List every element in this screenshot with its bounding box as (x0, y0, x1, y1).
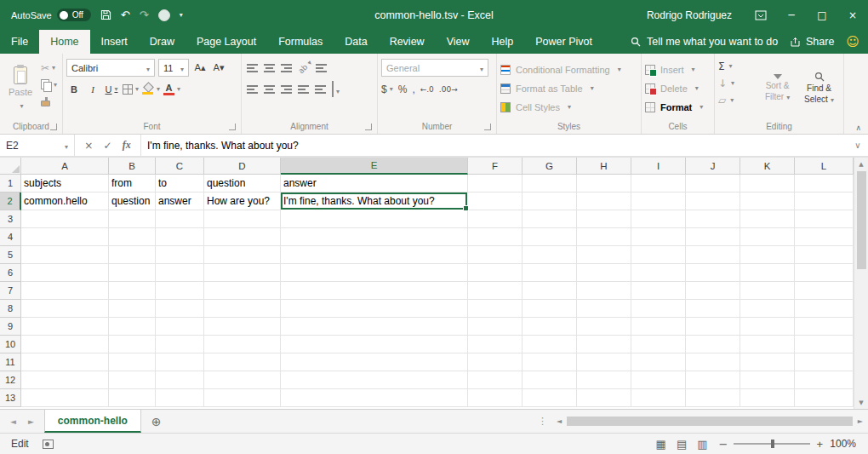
view-page-layout-icon[interactable]: ▤ (671, 438, 692, 451)
cell-I13[interactable] (631, 389, 686, 407)
cell-K7[interactable] (740, 282, 795, 300)
row-header-10[interactable]: 10 (0, 336, 21, 353)
macro-record-icon[interactable] (43, 440, 54, 449)
cell-L9[interactable] (795, 318, 854, 336)
cell-H10[interactable] (577, 336, 631, 353)
tab-data[interactable]: Data (334, 30, 378, 54)
column-header-K[interactable]: K (740, 158, 795, 175)
cell-C4[interactable] (156, 228, 204, 246)
tell-me-search[interactable]: Tell me what you want to do (631, 30, 778, 54)
cell-E11[interactable] (281, 353, 468, 371)
cell-F5[interactable] (468, 246, 523, 264)
cell-I2[interactable] (631, 193, 686, 210)
scroll-right-icon[interactable]: ► (853, 417, 868, 425)
cell-C11[interactable] (156, 353, 204, 371)
feedback-smiley-icon[interactable]: ☺ (839, 30, 868, 54)
cell-E5[interactable] (281, 246, 468, 264)
cell-A1[interactable]: subjects (21, 175, 109, 193)
column-header-H[interactable]: H (577, 158, 631, 175)
cell-D2[interactable]: How are you? (204, 193, 281, 210)
cell-K6[interactable] (740, 264, 795, 282)
cell-I8[interactable] (631, 300, 686, 318)
view-page-break-icon[interactable]: ▥ (692, 438, 712, 451)
comma-style-button[interactable]: , (412, 83, 414, 95)
cell-I12[interactable] (631, 371, 686, 389)
cell-B10[interactable] (109, 336, 156, 353)
cell-B11[interactable] (109, 353, 156, 371)
column-header-E[interactable]: E (281, 158, 468, 175)
cell-J9[interactable] (686, 318, 740, 336)
horizontal-scrollbar[interactable]: ◄ ► (551, 410, 868, 433)
undo-icon[interactable]: ↶ (121, 9, 130, 20)
cell-G6[interactable] (523, 264, 577, 282)
cell-G9[interactable] (523, 318, 577, 336)
increase-decimal-button[interactable]: ←.0 (420, 85, 434, 94)
font-dialog-launcher-icon[interactable] (229, 124, 236, 130)
cell-K2[interactable] (740, 193, 795, 210)
cell-J2[interactable] (686, 193, 740, 210)
autosave-pill[interactable]: Off (57, 9, 91, 21)
cell-I11[interactable] (631, 353, 686, 371)
row-header-6[interactable]: 6 (0, 264, 21, 282)
cell-B2[interactable]: question (109, 193, 156, 210)
format-cells-button[interactable]: Format (645, 99, 711, 116)
cell-C7[interactable] (156, 282, 204, 300)
cell-H11[interactable] (577, 353, 631, 371)
cell-D7[interactable] (204, 282, 281, 300)
cell-E10[interactable] (281, 336, 468, 353)
cell-A5[interactable] (21, 246, 109, 264)
ribbon-display-options-icon[interactable] (745, 0, 776, 30)
decrease-indent-icon[interactable] (298, 84, 309, 94)
cell-F9[interactable] (468, 318, 523, 336)
cell-G4[interactable] (523, 228, 577, 246)
cell-L5[interactable] (795, 246, 854, 264)
cell-B13[interactable] (109, 389, 156, 407)
font-color-button[interactable]: A (163, 81, 180, 98)
cell-K1[interactable] (740, 175, 795, 193)
cell-J8[interactable] (686, 300, 740, 318)
cell-B12[interactable] (109, 371, 156, 389)
cell-C5[interactable] (156, 246, 204, 264)
cell-A7[interactable] (21, 282, 109, 300)
column-header-I[interactable]: I (631, 158, 686, 175)
cell-J7[interactable] (686, 282, 740, 300)
format-painter-icon[interactable] (41, 95, 57, 108)
zoom-slider-thumb[interactable] (771, 440, 774, 448)
wrap-text-icon[interactable] (316, 63, 327, 72)
cell-A8[interactable] (21, 300, 109, 318)
cell-H3[interactable] (577, 210, 631, 228)
zoom-out-button[interactable]: − (713, 438, 734, 451)
cell-C6[interactable] (156, 264, 204, 282)
cell-C2[interactable]: answer (156, 193, 204, 210)
align-center-icon[interactable] (264, 84, 275, 94)
new-sheet-button[interactable]: ⊕ (141, 410, 172, 433)
vertical-scroll-thumb[interactable] (857, 171, 866, 269)
cell-L8[interactable] (795, 300, 854, 318)
cell-L12[interactable] (795, 371, 854, 389)
cell-E9[interactable] (281, 318, 468, 336)
find-select-button[interactable]: Find & Select (798, 57, 840, 119)
scroll-down-icon[interactable]: ▼ (854, 396, 868, 409)
column-header-C[interactable]: C (156, 158, 204, 175)
cell-J5[interactable] (686, 246, 740, 264)
cell-H13[interactable] (577, 389, 631, 407)
cell-C1[interactable]: to (156, 175, 204, 193)
format-as-table-button[interactable]: Format as Table (500, 80, 637, 97)
cell-K13[interactable] (740, 389, 795, 407)
percent-style-button[interactable]: % (398, 83, 408, 95)
cell-C10[interactable] (156, 336, 204, 353)
sheet-tab-common-hello[interactable]: common-hello (44, 410, 141, 433)
increase-indent-icon[interactable] (315, 84, 326, 94)
user-name[interactable]: Rodrigo Rodriguez (647, 9, 732, 21)
cell-B3[interactable] (109, 210, 156, 228)
cell-A13[interactable] (21, 389, 109, 407)
cell-E3[interactable] (281, 210, 468, 228)
cell-G1[interactable] (523, 175, 577, 193)
tab-review[interactable]: Review (379, 30, 436, 54)
cell-D3[interactable] (204, 210, 281, 228)
conditional-formatting-button[interactable]: Conditional Formatting (500, 61, 637, 78)
share-button[interactable]: Share (785, 30, 839, 54)
cell-H4[interactable] (577, 228, 631, 246)
orientation-icon[interactable]: ab (297, 60, 311, 75)
cell-J11[interactable] (686, 353, 740, 371)
